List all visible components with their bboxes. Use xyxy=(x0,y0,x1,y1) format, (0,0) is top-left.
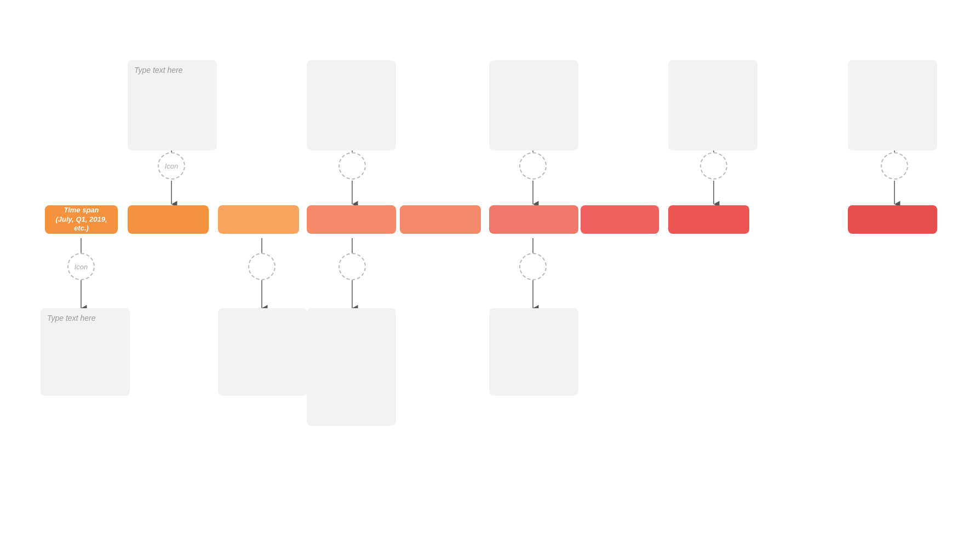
circle-col5-top xyxy=(519,152,547,180)
text-box-col9-top[interactable] xyxy=(848,60,937,151)
bar-col5 xyxy=(489,205,578,234)
circle-col3-bottom xyxy=(338,253,366,280)
circle-col7-top xyxy=(700,152,727,180)
circle-col3-top xyxy=(338,152,366,180)
bar-col3 xyxy=(307,205,396,234)
circle-col1-top: Icon xyxy=(158,152,185,180)
time-span-label: Time span(July, Q1, 2019, etc.) xyxy=(45,205,118,234)
text-box-col3-bottom[interactable] xyxy=(307,308,396,426)
text-box-col3-top[interactable] xyxy=(307,60,396,151)
bar-col6 xyxy=(581,205,659,234)
circle-col5-bottom xyxy=(519,253,547,280)
text-box-col1-top[interactable]: Type text here xyxy=(128,60,217,151)
bar-col1 xyxy=(128,205,209,234)
circle-col2-bottom xyxy=(248,253,276,280)
canvas: Type text here Icon Time span(July, Q1, … xyxy=(0,0,964,560)
bar-col4 xyxy=(400,205,481,234)
text-box-col5-bottom[interactable] xyxy=(489,308,578,396)
circle-col0-bottom: Icon xyxy=(67,253,95,280)
circle-col9-top xyxy=(881,152,908,180)
text-box-col2-bottom[interactable] xyxy=(218,308,307,396)
bar-col2 xyxy=(218,205,299,234)
text-box-col7-top[interactable] xyxy=(668,60,758,151)
text-box-col5-top[interactable] xyxy=(489,60,578,151)
text-box-col0-bottom[interactable]: Type text here xyxy=(41,308,130,396)
bar-col9 xyxy=(848,205,937,234)
bar-col7 xyxy=(668,205,749,234)
